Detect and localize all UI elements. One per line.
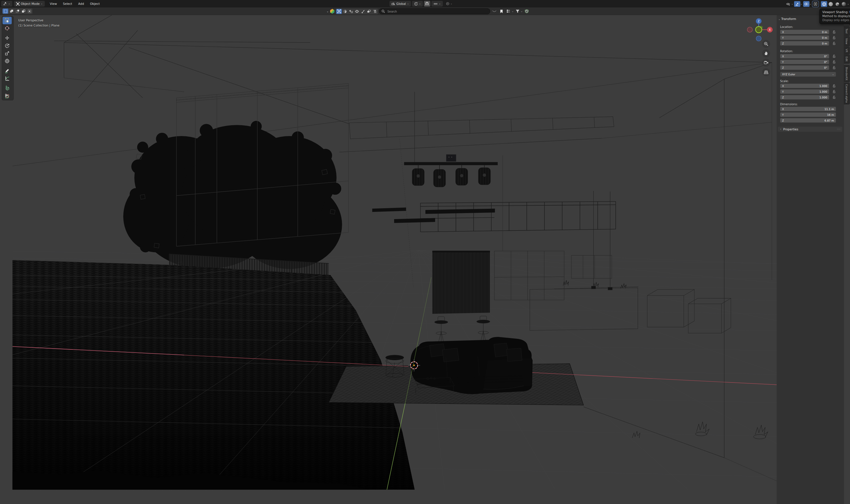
proportional-editing-dropdown[interactable]: ⌄ <box>444 1 455 6</box>
verified-shield-icon[interactable] <box>524 8 530 14</box>
lock-icon[interactable] <box>832 84 836 88</box>
camera-view-button[interactable] <box>762 59 770 67</box>
shading-solid-button[interactable] <box>828 1 834 7</box>
shading-wireframe-button[interactable] <box>821 1 827 7</box>
3d-viewport[interactable]: User Perspective (1) Scene Collection | … <box>0 15 850 504</box>
asset-type-material-button[interactable] <box>342 9 348 14</box>
lock-icon[interactable] <box>832 30 836 34</box>
select-extend-button[interactable] <box>8 8 14 14</box>
chevron-down-icon[interactable]: ⌄ <box>791 3 793 5</box>
bookmark-icon[interactable] <box>498 8 504 14</box>
rotate-tool[interactable] <box>3 42 12 49</box>
lock-icon[interactable] <box>832 41 836 46</box>
transform-panel-header[interactable]: ⌄ Transform <box>778 17 796 20</box>
lock-icon[interactable] <box>832 66 836 70</box>
scale-y-field[interactable]: Y1.000 <box>780 89 829 94</box>
dimensions-x-field[interactable]: X11.1 m <box>780 107 836 111</box>
scale-x-field[interactable]: X1.000 <box>780 84 829 88</box>
chevron-down-icon[interactable]: ⌄ <box>847 3 849 5</box>
dimensions-y-field[interactable]: Y16 m <box>780 112 836 117</box>
blenderkit-logo-icon[interactable] <box>330 8 335 14</box>
menu-select[interactable]: Select <box>61 0 74 7</box>
search-icon <box>382 10 385 13</box>
menu-object[interactable]: Object <box>88 0 102 7</box>
measure-tool[interactable] <box>3 75 12 82</box>
dimensions-z-field[interactable]: Z6.87 m <box>780 118 836 123</box>
location-y-field[interactable]: Y0 m <box>780 35 829 40</box>
mode-selector[interactable]: Object Mode ⌄ <box>14 1 45 6</box>
lock-icon[interactable] <box>832 36 836 40</box>
asset-search-field[interactable] <box>379 8 490 14</box>
asset-type-printable-button[interactable] <box>372 9 378 14</box>
select-invert-button[interactable] <box>20 8 26 14</box>
sidebar-tab-view[interactable]: View <box>844 36 850 47</box>
search-input[interactable] <box>387 10 488 13</box>
object-type-visibility-button[interactable] <box>785 1 791 7</box>
panel-drag-dots[interactable]: ∷∷ <box>837 128 840 131</box>
perspective-toggle-button[interactable] <box>762 68 770 76</box>
editor-type-button[interactable]: ⌄ <box>1 1 12 6</box>
snap-toggle[interactable] <box>424 1 430 6</box>
scale-tool[interactable] <box>3 50 12 57</box>
lock-icon[interactable] <box>832 95 836 99</box>
pan-button[interactable] <box>762 49 770 57</box>
rotation-x-field[interactable]: X0° <box>780 54 829 58</box>
viewport-shading-tooltip: Viewport Shading: W Method to display/s … <box>819 8 850 24</box>
history-arrow-icon[interactable] <box>491 8 497 14</box>
chevron-down-icon: ⌄ <box>8 3 10 5</box>
annotate-tool[interactable] <box>3 67 12 74</box>
gizmo-axis-x-negative[interactable] <box>747 27 752 32</box>
menu-add[interactable]: Add <box>76 0 86 7</box>
collapse-chevron-icon[interactable]: ⌄ <box>326 10 329 13</box>
asset-type-nodegroup-button[interactable] <box>366 9 372 14</box>
chevron-down-icon[interactable]: ⌄ <box>810 3 812 5</box>
menu-view[interactable]: View <box>48 0 59 7</box>
chevron-down-icon[interactable]: ⌄ <box>800 3 802 5</box>
chevron-down-icon[interactable]: ⌄ <box>512 10 514 13</box>
gizmo-axis-z-negative[interactable] <box>756 36 761 41</box>
show-gizmo-toggle[interactable] <box>794 1 800 7</box>
rotation-z-field[interactable]: Z0° <box>780 65 829 70</box>
sidebar-tab-connect-alpha[interactable]: Connect alpha <box>844 83 850 104</box>
asset-type-brush-button[interactable] <box>360 9 366 14</box>
navigation-gizmo[interactable]: Z X <box>744 17 775 46</box>
rotation-mode-dropdown[interactable]: XYZ Euler ⌄ <box>780 72 836 77</box>
zoom-button[interactable] <box>762 40 770 48</box>
select-subtract-button[interactable] <box>15 8 20 14</box>
location-z-field[interactable]: Z0 m <box>780 41 829 46</box>
transform-orientation-dropdown[interactable]: Global ⌄ <box>389 1 411 6</box>
pivot-point-dropdown[interactable]: ⌄ <box>412 1 423 6</box>
sidebar-tab-edit[interactable]: Edit <box>844 54 850 64</box>
gizmo-axis-y-negative[interactable] <box>756 26 762 33</box>
asset-type-scene-button[interactable] <box>348 9 354 14</box>
rotation-y-field[interactable]: Y0° <box>780 60 829 64</box>
chevron-down-icon[interactable]: ⌄ <box>521 10 523 13</box>
move-tool[interactable] <box>3 34 12 42</box>
sidebar-tab-tool[interactable]: Tool <box>844 26 850 36</box>
select-intersect-button[interactable] <box>26 8 32 14</box>
properties-panel-header[interactable]: ⌄ Properties ∷∷ <box>778 127 842 132</box>
sidebar-tab-blenderkit[interactable]: BlenderKit <box>844 65 850 82</box>
sidebar-tab-vr[interactable]: VR <box>844 47 850 54</box>
cursor-tool[interactable] <box>3 24 12 32</box>
shading-material-button[interactable] <box>834 1 840 7</box>
toggle-xray-button[interactable] <box>812 1 819 7</box>
display-mode-button[interactable] <box>505 8 512 14</box>
add-cube-tool[interactable] <box>3 85 12 92</box>
location-x-field[interactable]: X0 m <box>780 30 829 34</box>
select-box-tool[interactable] <box>3 17 12 24</box>
snap-settings-dropdown[interactable]: ⌄ <box>431 1 443 6</box>
asset-type-hdr-button[interactable] <box>354 9 360 14</box>
cut-tool[interactable] <box>3 92 12 100</box>
lock-icon[interactable] <box>832 54 836 58</box>
filter-button[interactable] <box>514 8 521 14</box>
lock-icon[interactable] <box>832 90 836 93</box>
transform-tool[interactable] <box>3 57 12 65</box>
asset-type-model-button[interactable] <box>336 9 342 14</box>
lock-icon[interactable] <box>832 60 836 64</box>
show-overlays-toggle[interactable] <box>803 1 810 7</box>
rotation-label: Rotation: <box>780 50 793 53</box>
select-set-button[interactable] <box>3 8 8 14</box>
scale-z-field[interactable]: Z1.000 <box>780 95 829 100</box>
shading-rendered-button[interactable] <box>840 1 847 7</box>
